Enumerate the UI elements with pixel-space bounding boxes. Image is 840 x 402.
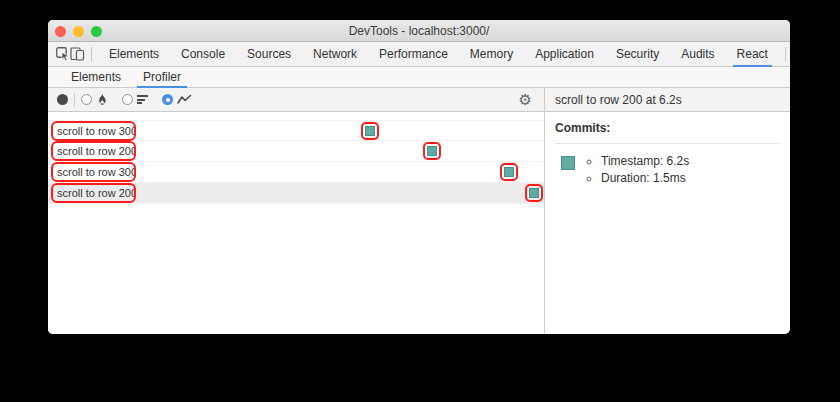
interaction-label-highlight: scroll to row 300 xyxy=(51,162,136,182)
profiler-main: ⚙ scroll to row 300 scroll to row 200 xyxy=(48,88,790,334)
interaction-label: scroll to row 300 xyxy=(57,166,136,178)
commit-legend-square-icon[interactable] xyxy=(561,156,575,170)
tab-memory[interactable]: Memory xyxy=(459,42,524,66)
close-window-button[interactable] xyxy=(55,26,66,37)
interaction-label: scroll to row 200 xyxy=(57,187,136,199)
commit-duration: Duration: 1.5ms xyxy=(601,170,689,187)
tab-network[interactable]: Network xyxy=(302,42,368,66)
commit-square-icon xyxy=(365,126,375,136)
interaction-label: scroll to row 300 xyxy=(57,125,136,137)
commit-timestamp: Timestamp: 6.2s xyxy=(601,153,689,170)
commit-square-icon xyxy=(529,188,539,198)
profiler-toolbar: ⚙ xyxy=(48,88,544,112)
view-option-flamegraph[interactable] xyxy=(81,93,108,106)
commit-marker[interactable] xyxy=(525,184,543,202)
gear-icon[interactable]: ⚙ xyxy=(519,92,532,107)
view-option-interactions[interactable] xyxy=(162,94,192,105)
commit-square-icon xyxy=(427,146,437,156)
interaction-row[interactable]: scroll to row 300 xyxy=(48,120,544,141)
interaction-row[interactable]: scroll to row 200 xyxy=(48,183,544,204)
commit-marker[interactable] xyxy=(361,122,379,140)
commit-square-icon xyxy=(504,167,514,177)
commit-marker[interactable] xyxy=(500,163,518,181)
interaction-label-highlight: scroll to row 300 xyxy=(51,121,136,141)
view-option-ranked[interactable] xyxy=(122,94,148,105)
commit-marker[interactable] xyxy=(423,142,441,160)
interaction-row[interactable]: scroll to row 200 xyxy=(48,141,544,162)
interactions-radio[interactable] xyxy=(162,94,173,105)
traffic-lights xyxy=(55,26,102,37)
interactions-panel: ⚙ scroll to row 300 scroll to row 200 xyxy=(48,88,545,334)
interaction-label: scroll to row 200 xyxy=(57,145,136,157)
tab-performance[interactable]: Performance xyxy=(368,42,459,66)
divider xyxy=(74,93,75,107)
commit-detail: Timestamp: 6.2s Duration: 1.5ms xyxy=(555,153,780,187)
window-title: DevTools - localhost:3000/ xyxy=(349,24,490,38)
flame-icon xyxy=(96,93,108,106)
tab-elements[interactable]: Elements xyxy=(98,42,170,66)
zoom-window-button[interactable] xyxy=(91,26,102,37)
interaction-details-panel: scroll to row 200 at 6.2s Commits: Times… xyxy=(545,88,790,334)
interaction-label-highlight: scroll to row 200 xyxy=(51,183,136,203)
tab-application[interactable]: Application xyxy=(524,42,605,66)
react-panel-tab-bar: Elements Profiler xyxy=(48,67,790,88)
interactions-timeline: scroll to row 300 scroll to row 200 xyxy=(48,112,544,334)
interactions-chart-icon xyxy=(177,94,192,105)
flamegraph-radio[interactable] xyxy=(81,94,92,105)
ranked-chart-icon xyxy=(137,95,148,104)
subtab-elements[interactable]: Elements xyxy=(60,67,132,87)
minimize-window-button[interactable] xyxy=(73,26,84,37)
subtab-profiler[interactable]: Profiler xyxy=(132,67,192,87)
tab-sources[interactable]: Sources xyxy=(236,42,302,66)
tab-react[interactable]: React xyxy=(726,42,779,66)
tab-console[interactable]: Console xyxy=(170,42,236,66)
devtools-window: DevTools - localhost:3000/ Elements Cons… xyxy=(48,20,790,334)
tab-audits[interactable]: Audits xyxy=(670,42,725,66)
ranked-radio[interactable] xyxy=(122,94,133,105)
interaction-details-body: Commits: Timestamp: 6.2s Duration: 1.5ms xyxy=(545,112,790,196)
interaction-row[interactable]: scroll to row 300 xyxy=(48,162,544,183)
titlebar: DevTools - localhost:3000/ xyxy=(48,20,790,42)
device-toolbar-icon[interactable] xyxy=(70,42,85,66)
screenshot-background: DevTools - localhost:3000/ Elements Cons… xyxy=(0,0,840,402)
record-button[interactable] xyxy=(57,94,68,105)
commit-detail-list: Timestamp: 6.2s Duration: 1.5ms xyxy=(585,153,689,187)
devtools-tab-bar: Elements Console Sources Network Perform… xyxy=(48,42,790,67)
divider xyxy=(785,47,786,61)
commits-label: Commits: xyxy=(555,121,780,135)
divider xyxy=(555,143,780,144)
divider xyxy=(91,47,92,61)
tab-security[interactable]: Security xyxy=(605,42,670,66)
selected-interaction-header: scroll to row 200 at 6.2s xyxy=(545,88,790,112)
inspect-element-icon[interactable] xyxy=(56,42,70,66)
interaction-label-highlight: scroll to row 200 xyxy=(51,141,136,161)
